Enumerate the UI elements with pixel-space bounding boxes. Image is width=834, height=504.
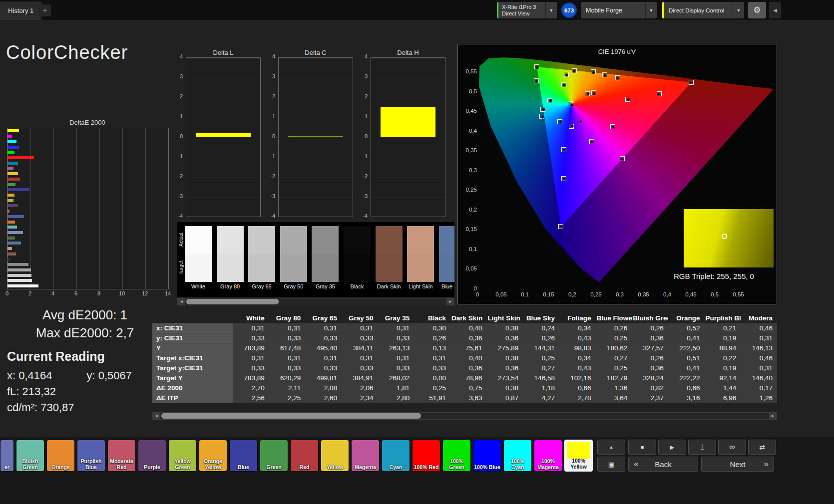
patch-button-magenta[interactable]: Magenta [351, 440, 380, 472]
gear-icon: ⚙ [753, 5, 761, 15]
top-bar: History 1 + X-Rite i1Pro 3 Direct View ▼… [0, 0, 834, 20]
patch-button-blue[interactable]: Blue [229, 440, 258, 472]
patch-button-orange-yellow[interactable]: Orange Yellow [199, 440, 227, 472]
back-button[interactable]: « Back [628, 457, 698, 472]
patch-button-green[interactable]: Green [260, 440, 288, 472]
scroll-right-icon[interactable]: ► [446, 298, 454, 305]
table-row-e-2000: ΔE 20002,702,112,082,061,810,250,750,381… [152, 383, 777, 393]
table-cell: 0,36 [632, 363, 668, 373]
deltae-bar-100-magenta [7, 135, 12, 138]
chevron-down-icon[interactable]: ▼ [545, 2, 557, 18]
up-arrow-icon: ▲ [609, 445, 614, 450]
table-cell: 3,64 [596, 393, 632, 403]
patch-label: Yellow Green [169, 459, 196, 470]
swatch-target-gray-50 [280, 254, 307, 282]
meter-select-button[interactable]: X-Rite i1Pro 3 Direct View ▼ [497, 2, 557, 18]
swatch-scrollbar-thumb[interactable] [186, 299, 279, 304]
patch-button-cyan[interactable]: Cyan [382, 440, 410, 472]
table-cell: 0,38 [487, 383, 523, 393]
table-row-target-y-cie31: Target y:CIE310,330,330,330,330,330,330,… [152, 363, 777, 373]
measurement-table-wrap: WhiteGray 80Gray 65Gray 50Gray 35BlackDa… [152, 313, 777, 403]
pattern-window-button[interactable]: ▣ [597, 457, 625, 472]
swatch-target-blue-sky [439, 254, 454, 282]
tab-history-1[interactable]: History 1 [0, 1, 41, 20]
display-control-button[interactable]: Direct Display Control ▼ [662, 2, 744, 18]
chevron-down-icon[interactable]: ▼ [645, 2, 657, 18]
patch-button-purplish-blue[interactable]: Purplish Blue [77, 440, 105, 472]
collapse-panel-button[interactable]: ◀ [769, 2, 781, 18]
table-row-target-y: Target Y783,89620,29499,81384,91268,020,… [152, 373, 777, 383]
patch-label: er [0, 465, 13, 471]
scroll-right-icon[interactable]: ► [769, 413, 777, 419]
chevron-down-icon[interactable]: ▼ [733, 2, 744, 18]
patch-button-100-blue[interactable]: 100% Blue [473, 440, 501, 472]
scroll-left-icon[interactable]: ◄ [153, 413, 160, 419]
table-cell: 2,08 [305, 383, 342, 393]
measured-point-marker [535, 79, 538, 83]
patch-button-red[interactable]: Red [290, 440, 319, 472]
stop-button[interactable]: ■ [628, 440, 656, 455]
pattern-source-button[interactable]: Mobile Forge ▼ [581, 2, 657, 18]
patch-button-yellow[interactable]: Yellow [321, 440, 349, 472]
table-cell: 275,89 [487, 343, 523, 353]
table-cell: 0,36 [487, 363, 523, 373]
column-header-modera: Modera [741, 313, 777, 323]
patch-button-orange[interactable]: Orange [46, 440, 75, 472]
measured-point-marker [559, 225, 563, 228]
scroll-up-button[interactable]: ▲ [597, 440, 625, 455]
patch-button-moderate-red[interactable]: Moderate Red [107, 440, 136, 472]
table-cell: 263,13 [378, 343, 415, 353]
patch-button-er[interactable]: er [0, 440, 14, 472]
table-cell: 0,66 [668, 383, 705, 393]
table-cell: 146,58 [523, 373, 559, 383]
table-scrollbar-thumb[interactable] [161, 413, 421, 419]
continuous-measure-button[interactable]: ∞ [718, 440, 746, 455]
table-cell: 0,31 [741, 333, 777, 343]
settings-button[interactable]: ⚙ [748, 2, 766, 18]
patch-button-bluish-green[interactable]: Bluish Green [16, 440, 44, 472]
patch-button-yellow-green[interactable]: Yellow Green [168, 440, 197, 472]
table-cell: 0,41 [668, 333, 705, 343]
table-cell: 180,62 [596, 343, 632, 353]
patch-button-100-magenta[interactable]: 100% Magenta [534, 440, 562, 472]
patch-label: 100% Green [443, 459, 470, 470]
table-cell: 0,26 [632, 323, 668, 333]
deltae-bar-blue [7, 188, 29, 191]
patch-button-100-green[interactable]: 100% Green [442, 440, 471, 472]
swatch-strip-scrollbar[interactable]: ◄ ► [177, 298, 454, 305]
deltae-bar-yellow [7, 172, 18, 175]
y-axis-tick-label: 0 [266, 133, 275, 139]
meter-label: X-Rite i1Pro 3 Direct View [498, 4, 545, 17]
y-axis-labels: 43210-1-2-3-4 [174, 57, 184, 217]
play-button[interactable]: ▶ [658, 440, 686, 455]
x-axis-tick-label: 2 [27, 290, 33, 296]
patch-label: Cyan [382, 465, 410, 471]
page-title: ColorChecker [6, 42, 128, 63]
loop-button[interactable]: ⇄ [748, 440, 776, 455]
next-button[interactable]: Next » [701, 457, 774, 472]
measured-point-marker [541, 115, 544, 119]
scroll-left-icon[interactable]: ◄ [178, 298, 185, 305]
table-cell: 0,36 [450, 333, 487, 343]
y-axis-tick-label: 1 [266, 113, 275, 119]
single-measure-button[interactable]: ⌶ [688, 440, 716, 455]
table-cell: 384,91 [342, 373, 378, 383]
patch-button-purple[interactable]: Purple [138, 440, 166, 472]
column-header-light-skin: Light Skin [487, 313, 523, 323]
table-cell: 0,33 [305, 333, 342, 343]
patch-button-100-cyan[interactable]: 100% Cyan [503, 440, 532, 472]
new-tab-button[interactable]: + [39, 4, 51, 16]
table-cell: 2,37 [632, 393, 668, 403]
current-x-value: x: 0,4164 [7, 369, 52, 382]
y-axis-tick-label: 2 [266, 93, 275, 99]
patch-button-100-red[interactable]: 100% Red [412, 440, 440, 472]
patch-label: Bluish Green [16, 459, 44, 470]
patch-button-100-yellow[interactable]: 100% Yellow [564, 440, 593, 472]
measured-point-marker [579, 120, 582, 123]
table-cell: 1,18 [523, 383, 559, 393]
table-cell: 0,38 [487, 323, 523, 333]
table-cell: 0,38 [487, 353, 523, 363]
table-scrollbar[interactable]: ◄ ► [152, 412, 777, 420]
table-cell: 88,94 [705, 343, 741, 353]
y-axis-tick-label: 3 [266, 73, 275, 79]
